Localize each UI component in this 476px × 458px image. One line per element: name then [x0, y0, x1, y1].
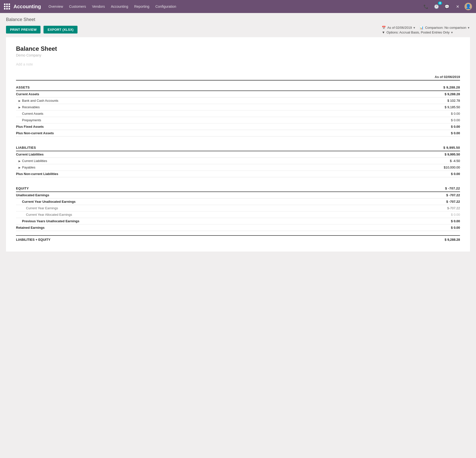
top-navigation: Accounting Overview Customers Vendors Ac…	[0, 0, 476, 13]
retained-earnings-label: Retained Earnings	[16, 224, 327, 231]
liabilities-equity-label: LIABILITIES + EQUITY	[16, 236, 327, 244]
liabilities-header-row: LIABILITIES $ 9,995.50	[16, 141, 460, 151]
page-header: Balance Sheet PRINT PREVIEW EXPORT (XLSX…	[0, 13, 476, 37]
report-title: Balance Sheet	[16, 45, 460, 52]
note-placeholder[interactable]: Add a note	[16, 62, 460, 66]
bank-cash-label: ▶Bank and Cash Accounts	[16, 98, 327, 104]
prepayments-row: Prepayments $ 0.00	[16, 117, 460, 124]
plus-fixed-assets-row[interactable]: Plus Fixed Assets $ 0.00	[16, 124, 460, 130]
page-title: Balance Sheet	[6, 17, 470, 22]
comparison-filter-arrow: ▼	[467, 26, 470, 29]
equity-header-row: EQUITY $ -707.22	[16, 182, 460, 192]
current-year-unallocated-value: $ -707.22	[327, 198, 460, 205]
date-filter[interactable]: As of 02/06/2019 ▼	[387, 26, 416, 30]
receivables-label: ▶Receivables	[16, 104, 327, 110]
current-liabilities-label: Current Liabilities	[16, 151, 327, 158]
clock-icon[interactable]: 🕐 8	[433, 3, 440, 10]
options-filter[interactable]: Options: Accrual Basis, Posted Entries O…	[386, 30, 453, 34]
current-year-earnings-label: Current Year Earnings	[16, 205, 327, 212]
date-filter-arrow: ▼	[413, 26, 416, 29]
plus-noncurrent-liabilities-row[interactable]: Plus Non-current Liabilities $ 0.00	[16, 171, 460, 177]
equity-total: $ -707.22	[327, 182, 460, 192]
user-avatar[interactable]: 👤	[464, 3, 472, 10]
receivables-row[interactable]: ▶Receivables $ 9,185.50	[16, 104, 460, 110]
current-assets-sub-label: Current Assets	[16, 110, 327, 117]
payables-label: ▶Payables	[16, 164, 327, 171]
assets-header-row: ASSETS $ 9,288.28	[16, 80, 460, 91]
options-filter-row: ▼ Options: Accrual Basis, Posted Entries…	[382, 30, 453, 34]
report-company: Demo Company	[16, 53, 460, 57]
nav-links: Overview Customers Vendors Accounting Re…	[48, 4, 422, 10]
unallocated-earnings-label: Unallocated Earnings	[16, 192, 327, 198]
toolbar: PRINT PREVIEW EXPORT (XLSX) 📅 As of 02/0…	[6, 26, 470, 34]
assets-label: ASSETS	[16, 80, 327, 91]
current-liabilities-value: $ 9,995.50	[327, 151, 460, 158]
nav-vendors[interactable]: Vendors	[92, 4, 105, 10]
print-preview-button[interactable]: PRINT PREVIEW	[6, 26, 40, 34]
chat-icon[interactable]: 💬	[444, 3, 450, 10]
current-assets-label: Current Assets	[16, 91, 327, 98]
nav-customers[interactable]: Customers	[69, 4, 86, 10]
unallocated-earnings-value: $ -707.22	[327, 192, 460, 198]
options-filter-arrow: ▼	[450, 31, 453, 34]
report-content: Balance Sheet Demo Company Add a note As…	[6, 37, 470, 252]
plus-noncurrent-liabilities-label: Plus Non-current Liabilities	[16, 171, 327, 177]
current-year-unallocated-row: Current Year Unallocated Earnings $ -707…	[16, 198, 460, 205]
phone-icon[interactable]: 📞	[422, 3, 430, 10]
plus-fixed-assets-label: Plus Fixed Assets	[16, 124, 327, 130]
current-assets-row[interactable]: Current Assets $ 9,288.28	[16, 91, 460, 98]
liabilities-equity-value: $ 9,288.28	[327, 236, 460, 244]
expand-arrow: ▶	[18, 166, 20, 169]
date-header-row: As of 02/06/2019	[16, 74, 460, 80]
current-liabilities-expand-row[interactable]: ▶Current Liabilities $ -4.50	[16, 158, 460, 164]
plus-noncurrent-assets-value: $ 0.00	[327, 130, 460, 136]
current-year-allocated-value: $ 0.00	[327, 212, 460, 218]
liabilities-equity-total-row: LIABILITIES + EQUITY $ 9,288.28	[16, 236, 460, 244]
equity-label: EQUITY	[16, 182, 327, 192]
plus-noncurrent-assets-label: Plus Non-current Assets	[16, 130, 327, 136]
spacer-1	[16, 136, 460, 141]
current-assets-value: $ 9,288.28	[327, 91, 460, 98]
filter-icon: ▼	[382, 30, 385, 34]
current-year-allocated-row: Current Year Allocated Earnings $ 0.00	[16, 212, 460, 218]
current-year-allocated-label: Current Year Allocated Earnings	[16, 212, 327, 218]
payables-row[interactable]: ▶Payables $10,000.00	[16, 164, 460, 171]
previous-years-unallocated-label: Previous Years Unallocated Earnings	[16, 218, 327, 224]
liabilities-label: LIABILITIES	[16, 141, 327, 151]
plus-fixed-assets-value: $ 0.00	[327, 124, 460, 130]
nav-overview[interactable]: Overview	[48, 4, 63, 10]
previous-years-unallocated-row: Previous Years Unallocated Earnings $ 0.…	[16, 218, 460, 224]
liabilities-total: $ 9,995.50	[327, 141, 460, 151]
payables-value: $10,000.00	[327, 164, 460, 171]
retained-earnings-row[interactable]: Retained Earnings $ 0.00	[16, 224, 460, 231]
filter-options: 📅 As of 02/06/2019 ▼ 📊 Comparison: No co…	[382, 26, 470, 34]
spacer-3	[16, 231, 460, 236]
apps-grid-icon[interactable]	[4, 4, 10, 10]
prepayments-value: $ 0.00	[327, 117, 460, 124]
close-icon[interactable]: ✕	[454, 3, 461, 10]
retained-earnings-value: $ 0.00	[327, 224, 460, 231]
receivables-value: $ 9,185.50	[327, 104, 460, 110]
bank-cash-row[interactable]: ▶Bank and Cash Accounts $ 102.78	[16, 98, 460, 104]
nav-reporting[interactable]: Reporting	[134, 4, 150, 10]
nav-configuration[interactable]: Configuration	[155, 4, 176, 10]
unallocated-earnings-row[interactable]: Unallocated Earnings $ -707.22	[16, 192, 460, 198]
plus-noncurrent-assets-row[interactable]: Plus Non-current Assets $ 0.00	[16, 130, 460, 136]
current-year-earnings-value: $-707.22	[327, 205, 460, 212]
nav-accounting[interactable]: Accounting	[111, 4, 128, 10]
expand-arrow: ▶	[18, 106, 20, 109]
comparison-filter[interactable]: Comparison: No comparison ▼	[425, 26, 470, 30]
expand-arrow: ▶	[18, 160, 20, 162]
assets-total: $ 9,288.28	[327, 80, 460, 91]
expand-arrow: ▶	[18, 99, 20, 102]
report-date-header: As of 02/06/2019	[327, 74, 460, 80]
previous-years-unallocated-value: $ 0.00	[327, 218, 460, 224]
current-assets-sub-value: $ 0.00	[327, 110, 460, 117]
current-year-earnings-row: Current Year Earnings $-707.22	[16, 205, 460, 212]
export-xlsx-button[interactable]: EXPORT (XLSX)	[44, 26, 78, 34]
current-year-unallocated-label: Current Year Unallocated Earnings	[16, 198, 327, 205]
calendar-icon: 📅	[382, 26, 386, 30]
current-liabilities-row[interactable]: Current Liabilities $ 9,995.50	[16, 151, 460, 158]
nav-actions: 📞 🕐 8 💬 ✕ 👤	[422, 3, 472, 10]
chart-icon: 📊	[420, 26, 424, 30]
